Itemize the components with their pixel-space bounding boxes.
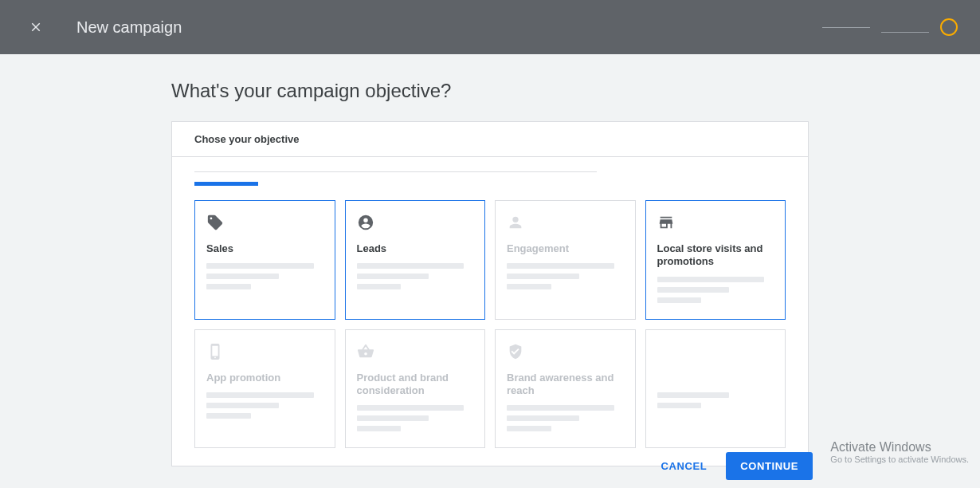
objective-label: Engagement xyxy=(507,242,624,255)
progress-indicator xyxy=(194,182,258,186)
objective-empty[interactable] xyxy=(645,329,786,449)
placeholder-text xyxy=(507,405,624,431)
objective-app-promotion[interactable]: App promotion xyxy=(194,329,335,449)
basket-icon xyxy=(357,343,474,364)
objective-engagement[interactable]: Engagement xyxy=(495,200,636,320)
objective-product-brand[interactable]: Product and brand consideration xyxy=(345,329,486,449)
objective-sales[interactable]: Sales xyxy=(194,200,335,320)
placeholder-text xyxy=(507,263,624,289)
main-content: What's your campaign objective? Chose yo… xyxy=(0,54,980,466)
page-title: What's your campaign objective? xyxy=(171,80,809,102)
objective-label: Brand awareness and reach xyxy=(507,372,624,398)
phone-icon xyxy=(206,343,323,364)
app-header: New campaign xyxy=(0,0,980,54)
footer-actions: CANCEL CONTINUE xyxy=(0,452,980,480)
card-header: Chose your objective xyxy=(172,122,808,157)
placeholder-text xyxy=(657,277,774,303)
step-circle-icon xyxy=(940,18,958,36)
objective-grid: Sales Leads xyxy=(194,200,786,448)
placeholder-text xyxy=(206,263,323,289)
person-icon xyxy=(357,214,474,234)
step-line xyxy=(881,32,929,33)
objective-label: Local store visits and promotions xyxy=(657,242,774,269)
objective-label: Product and brand consideration xyxy=(357,372,474,398)
objective-label: App promotion xyxy=(206,372,323,384)
shield-icon xyxy=(507,343,624,364)
objective-label: Sales xyxy=(206,242,323,255)
placeholder-text xyxy=(357,405,474,431)
card-body: Sales Leads xyxy=(172,157,808,466)
objective-leads[interactable]: Leads xyxy=(345,200,486,320)
placeholder-text xyxy=(657,392,774,408)
empty-icon xyxy=(657,343,774,364)
placeholder-text xyxy=(357,263,474,289)
person-outline-icon xyxy=(507,214,624,234)
step-line xyxy=(822,27,870,28)
header-title: New campaign xyxy=(76,18,182,37)
objective-local-store[interactable]: Local store visits and promotions xyxy=(645,200,786,320)
placeholder-text xyxy=(206,392,323,419)
continue-button[interactable]: CONTINUE xyxy=(726,452,813,480)
close-icon[interactable] xyxy=(29,20,43,34)
objective-label: Leads xyxy=(357,242,474,255)
progress-stepper xyxy=(822,18,958,36)
objective-brand-awareness[interactable]: Brand awareness and reach xyxy=(495,329,636,449)
tag-icon xyxy=(206,214,323,234)
cancel-button[interactable]: CANCEL xyxy=(658,454,711,478)
objective-card-panel: Chose your objective Sales xyxy=(171,121,809,466)
divider-line xyxy=(194,171,597,172)
store-icon xyxy=(657,214,774,234)
